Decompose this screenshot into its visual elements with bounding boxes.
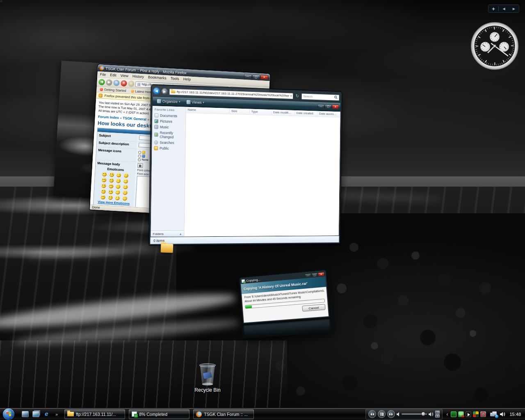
home-button[interactable]: ⌂ bbox=[128, 80, 135, 87]
menu-tools[interactable]: Tools bbox=[170, 76, 179, 81]
views-menu[interactable]: Views▾ bbox=[184, 99, 207, 106]
taskbar-button-ftp[interactable]: ftp://217.163.11.11/... bbox=[64, 409, 125, 419]
bookmark-getting-started[interactable]: Getting Started bbox=[100, 87, 126, 93]
sidebar-item-public[interactable]: Public bbox=[152, 145, 185, 151]
breadcrumb-tsgk-general[interactable]: TSGK General bbox=[123, 116, 146, 121]
emoticon-icon[interactable] bbox=[116, 178, 121, 183]
reload-button[interactable]: ↻ bbox=[113, 80, 120, 86]
recycle-bin[interactable]: Recycle Bin bbox=[183, 363, 232, 393]
internet-explorer-icon[interactable]: e bbox=[43, 411, 50, 417]
emoticon-icon[interactable] bbox=[124, 173, 129, 178]
bookmark-label: Getting Started bbox=[104, 88, 126, 93]
empty-file-area[interactable] bbox=[184, 113, 340, 237]
emoticon-icon[interactable] bbox=[100, 195, 105, 200]
emoticon-icon[interactable] bbox=[102, 178, 107, 183]
forward-button[interactable]: ▶ bbox=[106, 79, 112, 86]
organize-menu[interactable]: Organize▾ bbox=[154, 98, 183, 105]
message-icon-radio-none[interactable] bbox=[138, 158, 141, 161]
folders-expander[interactable]: Folders▲ bbox=[151, 231, 184, 237]
tray-icon-messenger-busy[interactable] bbox=[458, 411, 464, 417]
emoticon-icon[interactable] bbox=[101, 189, 106, 194]
close-button[interactable]: ✕ bbox=[332, 105, 339, 109]
explorer-search-box[interactable]: Search bbox=[301, 93, 340, 100]
close-button[interactable]: ✕ bbox=[260, 75, 269, 80]
maximize-button[interactable]: ▢ bbox=[325, 104, 332, 109]
message-icon-radio[interactable] bbox=[138, 151, 141, 154]
maximize-button[interactable]: ▢ bbox=[252, 74, 260, 79]
emoticon-icon[interactable] bbox=[115, 196, 120, 201]
minimize-button[interactable]: — bbox=[317, 104, 324, 109]
column-date-created[interactable]: Date created bbox=[295, 110, 318, 116]
emoticon-icon[interactable] bbox=[108, 195, 113, 200]
gadget-prev-button[interactable]: ◀ bbox=[499, 7, 509, 11]
emoticon-icon[interactable] bbox=[102, 172, 107, 177]
restore-button[interactable]: ❐ bbox=[435, 411, 440, 414]
tray-icon-disabled-device[interactable] bbox=[480, 411, 486, 417]
column-size[interactable]: Size bbox=[230, 108, 250, 114]
tray-icon-monitor[interactable] bbox=[473, 411, 479, 417]
back-button[interactable]: ◀ bbox=[98, 79, 105, 85]
forward-button[interactable]: ▶ bbox=[162, 88, 168, 94]
emoticon-icon[interactable] bbox=[123, 190, 128, 195]
emoticon-icon[interactable] bbox=[108, 189, 113, 194]
quick-launch-overflow-chevron[interactable]: » bbox=[55, 412, 58, 417]
clock-gadget[interactable] bbox=[470, 21, 519, 72]
dropdown-button[interactable]: ▾ bbox=[435, 414, 440, 418]
add-gadget-button[interactable]: + bbox=[488, 6, 498, 12]
page-favicon bbox=[137, 82, 140, 86]
refresh-button[interactable]: ↻ bbox=[294, 94, 300, 99]
tray-expand-chevron[interactable]: ‹ bbox=[446, 411, 448, 417]
menu-help[interactable]: Help bbox=[183, 77, 191, 82]
start-button[interactable] bbox=[3, 409, 14, 420]
bold-button[interactable]: B bbox=[137, 163, 143, 168]
taskbar-button-copy-progress[interactable]: 8% Completed bbox=[129, 409, 189, 419]
menu-view[interactable]: View bbox=[120, 73, 128, 78]
volume-slider-thumb[interactable] bbox=[421, 412, 425, 416]
next-track-button[interactable] bbox=[387, 410, 395, 418]
maximize-button[interactable]: ▢ bbox=[311, 273, 318, 277]
dragged-folder-icon[interactable] bbox=[161, 243, 173, 253]
back-button[interactable]: ◀ bbox=[153, 87, 160, 95]
taskbar-button-firefox[interactable]: TSGK Clan Forum :: ... bbox=[193, 409, 254, 419]
menu-bookmarks[interactable]: Bookmarks bbox=[148, 75, 167, 80]
close-button[interactable]: ✕ bbox=[318, 272, 324, 276]
emoticon-icon[interactable] bbox=[109, 172, 114, 177]
tray-icon-media[interactable] bbox=[451, 411, 457, 417]
pause-button[interactable] bbox=[378, 410, 386, 418]
show-desktop-icon[interactable] bbox=[22, 411, 29, 417]
network-icon[interactable] bbox=[490, 411, 498, 417]
emoticon-icon[interactable] bbox=[101, 183, 106, 188]
cancel-button[interactable]: Cancel bbox=[302, 304, 325, 312]
emoticon-icon[interactable] bbox=[116, 184, 121, 189]
firefox-icon bbox=[196, 411, 202, 417]
breadcrumb-forum-index[interactable]: Forum Index bbox=[98, 115, 119, 120]
message-icon-radio[interactable] bbox=[138, 155, 141, 158]
column-date-modified[interactable]: Date modifi... bbox=[272, 110, 295, 116]
previous-track-button[interactable] bbox=[368, 410, 376, 418]
copy-dialog: Copying... — ▢ ✕ Copying 'A History Of U… bbox=[239, 270, 330, 324]
volume-icon[interactable] bbox=[500, 412, 505, 417]
volume-slider[interactable] bbox=[402, 413, 427, 415]
taskbar-clock[interactable]: 15:48 bbox=[509, 412, 521, 417]
emoticon-icon[interactable] bbox=[116, 190, 121, 195]
column-type[interactable]: Type bbox=[250, 109, 272, 115]
gadget-next-button[interactable]: ▶ bbox=[509, 7, 519, 11]
emoticon-icon[interactable] bbox=[116, 173, 121, 178]
emoticon-icon[interactable] bbox=[109, 178, 114, 183]
message-body-cell: Message body Emoticons View more Emotico… bbox=[93, 160, 136, 212]
tray-icon-player[interactable] bbox=[466, 411, 471, 417]
switch-windows-icon[interactable] bbox=[32, 411, 39, 417]
emoticon-icon[interactable] bbox=[109, 184, 114, 189]
minimize-button[interactable]: — bbox=[244, 74, 252, 79]
emoticon-icon[interactable] bbox=[123, 179, 128, 184]
sidebar-item-recently-changed[interactable]: Recently Changed bbox=[152, 130, 185, 140]
emoticon-icon[interactable] bbox=[123, 185, 128, 189]
minimize-button[interactable]: — bbox=[305, 273, 311, 277]
column-date-accessed[interactable]: Date acces... bbox=[318, 111, 340, 117]
emoticon-icon[interactable] bbox=[123, 196, 128, 201]
menu-history[interactable]: History bbox=[132, 74, 144, 79]
menu-edit[interactable]: Edit bbox=[110, 73, 116, 78]
address-dropdown-arrow[interactable]: ▾ bbox=[290, 94, 292, 98]
stop-button[interactable]: ✕ bbox=[121, 80, 127, 87]
menu-file[interactable]: File bbox=[100, 72, 106, 77]
